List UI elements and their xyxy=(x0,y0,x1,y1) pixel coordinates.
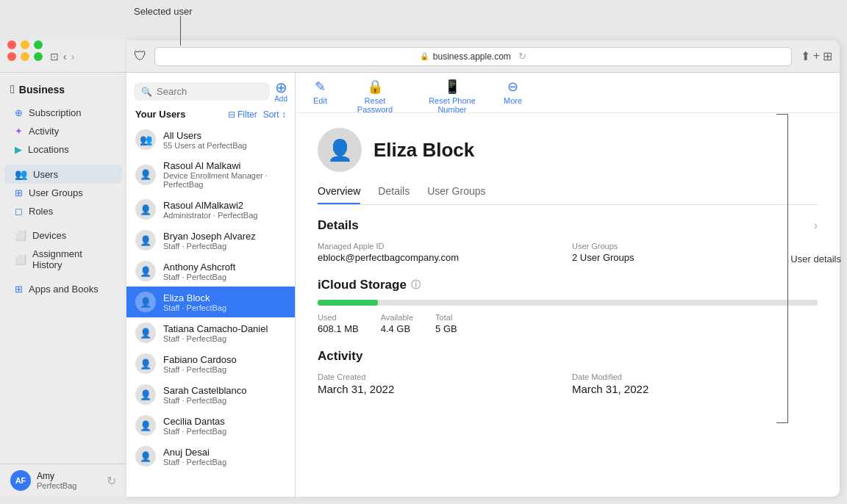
more-action[interactable]: ⊖ More xyxy=(504,79,522,105)
users-icon: 👥 xyxy=(15,168,27,180)
sidebar-item-roles[interactable]: ◻ Roles xyxy=(4,202,122,220)
list-item[interactable]: 👤 Rasoul Al Malkawi Device Enrollment Ma… xyxy=(126,155,295,194)
activity-icon: ✦ xyxy=(15,126,23,137)
reset-phone-action[interactable]: 📱 Reset Phone Number xyxy=(423,79,482,114)
edit-icon: ✎ xyxy=(315,79,326,95)
sort-button[interactable]: Sort ↕ xyxy=(263,109,286,120)
sidebar-user-name: Amy xyxy=(37,471,76,481)
annotation-selected-user: Selected user xyxy=(134,6,193,17)
storage-bar xyxy=(318,300,818,306)
green-dot[interactable] xyxy=(34,52,43,61)
list-item[interactable]: 👤 Sarah Castelblanco Staff · PerfectBag xyxy=(126,379,295,410)
user-role: Staff · PerfectBag xyxy=(163,365,237,374)
date-created-value: March 31, 2022 xyxy=(318,383,563,395)
reset-password-action[interactable]: 🔒 Reset Password xyxy=(349,79,401,114)
tab-user-groups[interactable]: User Groups xyxy=(427,185,485,204)
search-input[interactable] xyxy=(157,86,262,97)
activity-title: Activity xyxy=(318,349,818,364)
window-controls xyxy=(7,40,43,49)
list-item[interactable]: 👤 Anuj Desai Staff · PerfectBag xyxy=(126,441,295,472)
sidebar-item-activity[interactable]: ✦ Activity xyxy=(4,122,122,140)
more-label: More xyxy=(504,96,522,105)
annotation-tick-bottom xyxy=(776,422,788,423)
sidebar-label-activity: Activity xyxy=(29,126,59,137)
sidebar-item-users[interactable]: 👥 Users xyxy=(4,165,122,184)
user-info: Rasoul AlMalkawi2 Administrator · Perfec… xyxy=(163,200,257,220)
tab-overview[interactable]: Overview xyxy=(318,185,360,204)
managed-apple-id-value: eblock@perfectbagcompany.com xyxy=(318,252,563,263)
sidebar-footer: AF Amy PerfectBag ↻ xyxy=(0,464,126,497)
privacy-icon[interactable]: 🛡 xyxy=(134,48,147,64)
all-users-info: All Users 55 Users at PerfectBag xyxy=(163,130,247,150)
edit-label: Edit xyxy=(313,96,327,105)
sidebar-nav:  Business ⊕ Subscription ✦ Activity ▶ L… xyxy=(0,73,126,464)
storage-bar-used xyxy=(318,300,378,306)
tab-details[interactable]: Details xyxy=(378,185,410,204)
details-section-title: Details xyxy=(318,218,359,233)
back-icon[interactable]: ‹ xyxy=(63,51,67,62)
more-icon: ⊖ xyxy=(507,79,518,95)
filter-button[interactable]: ⊟ Filter xyxy=(228,109,257,120)
red-dot[interactable] xyxy=(7,52,16,61)
user-role: Device Enrollment Manager · PerfectBag xyxy=(163,171,286,189)
search-add-row: 🔍 ⊕ Add xyxy=(126,73,295,106)
user-header: 👤 Eliza Block xyxy=(318,128,818,172)
sidebar-item-assignment-history[interactable]: ⬜ Assignment History xyxy=(4,245,122,274)
storage-title-text: iCloud Storage xyxy=(318,278,407,292)
list-item[interactable]: 👤 Anthony Ashcroft Staff · PerfectBag xyxy=(126,256,295,287)
sidebar-item-user-groups[interactable]: ⊞ User Groups xyxy=(4,184,122,202)
sidebar-item-subscription[interactable]: ⊕ Subscription xyxy=(4,104,122,122)
add-button[interactable]: ⊕ Add xyxy=(274,80,287,103)
spacer2 xyxy=(0,220,126,226)
sidebar-label-subscription: Subscription xyxy=(29,107,82,118)
list-item[interactable]: 👤 Tatiana Camacho-Daniel Staff · Perfect… xyxy=(126,317,295,348)
reload-icon[interactable]: ↻ xyxy=(518,51,526,62)
user-avatar: 👤 xyxy=(135,415,156,436)
sidebar-label-locations: Locations xyxy=(28,144,69,155)
browser-toolbar: 🛡 🔒 business.apple.com ↻ ⬆ + ⊞ xyxy=(126,40,840,73)
tabs-icon[interactable]: ⊞ xyxy=(823,49,832,63)
yellow-dot[interactable] xyxy=(21,52,29,61)
search-bar[interactable]: 🔍 xyxy=(134,82,270,101)
all-users-item[interactable]: 👥 All Users 55 Users at PerfectBag xyxy=(126,124,295,155)
maximize-button[interactable] xyxy=(34,40,43,49)
storage-available-label: Available xyxy=(381,313,413,322)
address-bar[interactable]: 🔒 business.apple.com ↻ xyxy=(154,47,792,66)
icloud-storage-section: iCloud Storage ⓘ Used 608.1 MB Available xyxy=(318,278,818,334)
sidebar-toggle-icon[interactable]: ⊡ xyxy=(50,51,59,62)
spacer xyxy=(0,159,126,165)
selected-user-info: Eliza Block Staff · PerfectBag xyxy=(163,292,226,312)
edit-action[interactable]: ✎ Edit xyxy=(313,79,327,105)
list-item[interactable]: 👤 Bryan Joseph Alvarez Staff · PerfectBa… xyxy=(126,225,295,256)
add-label: Add xyxy=(274,95,287,103)
list-item-selected[interactable]: 👤 Eliza Block Staff · PerfectBag xyxy=(126,287,295,317)
sidebar-item-apps-books[interactable]: ⊞ Apps and Books xyxy=(4,280,122,298)
your-users-label: Your Users xyxy=(135,109,185,120)
sidebar-user: AF Amy PerfectBag xyxy=(10,470,76,491)
locations-icon: ▶ xyxy=(15,144,22,155)
apps-books-icon: ⊞ xyxy=(15,284,23,295)
share-icon[interactable]: ⬆ xyxy=(801,49,810,63)
user-groups-value: 2 User Groups xyxy=(572,252,818,263)
sidebar-item-devices[interactable]: ⬜ Devices xyxy=(4,226,122,245)
detail-panel: ✎ Edit 🔒 Reset Password 📱 Reset Phone Nu… xyxy=(296,73,840,497)
storage-total-stat: Total 5 GB xyxy=(435,313,457,334)
close-button[interactable] xyxy=(7,40,16,49)
reset-password-icon: 🔒 xyxy=(367,79,383,95)
user-role: Staff · PerfectBag xyxy=(163,396,246,405)
minimize-button[interactable] xyxy=(21,40,29,49)
user-role: Staff · PerfectBag xyxy=(163,334,268,343)
list-item[interactable]: 👤 Rasoul AlMalkawi2 Administrator · Perf… xyxy=(126,194,295,225)
list-item[interactable]: 👤 Cecilia Dantas Staff · PerfectBag xyxy=(126,410,295,441)
user-groups-icon: ⊞ xyxy=(15,187,23,198)
annotation-line-user-details xyxy=(787,114,788,422)
settings-icon[interactable]: ↻ xyxy=(107,474,116,488)
user-avatar: 👤 xyxy=(135,165,156,185)
detail-toolbar: ✎ Edit 🔒 Reset Password 📱 Reset Phone Nu… xyxy=(296,73,840,113)
new-tab-icon[interactable]: + xyxy=(813,49,820,63)
list-item[interactable]: 👤 Fabiano Cardoso Staff · PerfectBag xyxy=(126,348,295,379)
sidebar-item-locations[interactable]: ▶ Locations xyxy=(4,140,122,159)
details-grid: Managed Apple ID eblock@perfectbagcompan… xyxy=(318,242,818,263)
date-created-field: Date Created March 31, 2022 xyxy=(318,372,563,395)
user-info: Sarah Castelblanco Staff · PerfectBag xyxy=(163,385,246,405)
